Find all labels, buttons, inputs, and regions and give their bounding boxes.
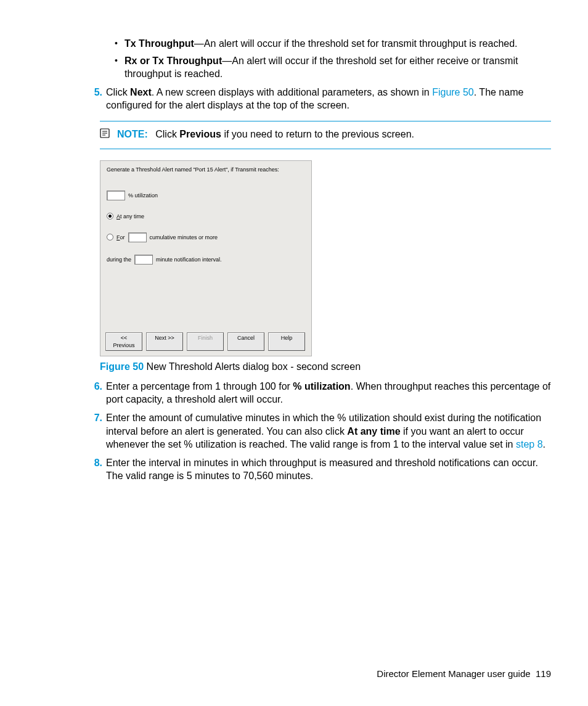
step-number: 8. [86,456,106,470]
page-footer: Director Element Manager user guide 119 [377,668,551,679]
utilization-label: % utilization [128,192,158,199]
note-icon [100,128,111,142]
for-post: cumulative minutes or more [150,234,218,241]
step-number: 5. [86,86,106,99]
step5-bold: Next [130,87,152,97]
note-label: NOTE: [117,129,148,139]
bullet-item: • Rx or Tx Throughput—An alert will occu… [115,54,551,81]
bullet-dot-icon: • [115,54,125,67]
step-8-link[interactable]: step 8 [516,439,543,449]
finish-button[interactable]: Finish [187,332,224,351]
step-text: Enter a percentage from 1 through 100 fo… [106,380,551,406]
cancel-button[interactable]: Cancel [227,332,264,351]
step-6: 6. Enter a percentage from 1 through 100… [86,380,551,406]
for-radio[interactable] [107,234,113,240]
footer-page: 119 [536,668,551,679]
step-8: 8. Enter the interval in minutes in whic… [86,456,551,483]
note-pre: Click [155,129,179,139]
figure-number: Figure 50 [100,361,144,372]
figure-50-link[interactable]: Figure 50 [432,87,474,97]
dialog-header: Generate a Threshold Alert named "Port 1… [107,166,305,173]
at-any-time-label: At any time [116,213,144,220]
step-number: 7. [86,411,106,425]
note-post: if you need to return to the previous sc… [221,129,414,139]
step7-post: . [543,439,545,449]
figure-caption: Figure 50 New Threshold Alerts dialog bo… [100,360,551,374]
for-label: For [116,234,125,241]
for-minutes-input[interactable] [128,232,147,242]
dialog-buttons: << Previous Next >> Finish Cancel Help [107,332,305,351]
during-row: during the minute notification interval. [107,255,305,265]
during-post: minute notification interval. [156,256,222,263]
for-rest: or [120,234,125,240]
bullet-dot-icon: • [115,37,125,49]
step6-pre: Enter a percentage from 1 through 100 fo… [106,381,293,392]
bullet-bold: Rx or Tx Throughput [125,55,222,66]
bullet-bold: Tx Throughput [125,38,194,49]
figure-image: Generate a Threshold Alert named "Port 1… [100,160,551,357]
bullet-rest: —An alert will occur if the threshold se… [194,38,518,49]
bullet-item: • Tx Throughput—An alert will occur if t… [115,37,551,51]
step5-pre: Click [106,87,130,97]
during-pre: during the [107,256,131,263]
note-block: NOTE: Click Previous if you need to retu… [100,121,551,149]
step-5: 5. Click Next. A new screen displays wit… [86,86,551,112]
step5-mid: . A new screen displays with additional … [152,87,432,97]
at-any-time-row: At any time [107,213,305,220]
utilization-input[interactable] [107,191,125,200]
note-text: NOTE: Click Previous if you need to retu… [117,128,551,142]
previous-button[interactable]: << Previous [105,332,142,351]
at-any-rest: t any time [120,213,144,220]
utilization-row: % utilization [107,191,305,200]
step7-bold: At any time [347,426,400,437]
interval-input[interactable] [134,255,153,265]
next-button[interactable]: Next >> [146,332,183,351]
threshold-dialog: Generate a Threshold Alert named "Port 1… [100,160,312,357]
figure-caption-text: New Threshold Alerts dialog box - second… [144,361,361,372]
step-7: 7. Enter the amount of cumulative minute… [86,411,551,451]
bullet-text: Rx or Tx Throughput—An alert will occur … [125,54,551,81]
step-number: 6. [86,380,106,393]
at-any-time-radio[interactable] [107,213,113,220]
footer-title: Director Element Manager user guide [377,668,530,679]
step-text: Click Next. A new screen displays with a… [106,86,551,112]
for-row: For cumulative minutes or more [107,232,305,242]
bullet-list: • Tx Throughput—An alert will occur if t… [115,37,551,81]
note-bold: Previous [179,129,221,139]
bullet-text: Tx Throughput—An alert will occur if the… [125,37,551,51]
step-text: Enter the amount of cumulative minutes i… [106,411,551,451]
step-text: Enter the interval in minutes in which t… [106,456,551,483]
step6-bold: % utilization [293,381,350,392]
help-button[interactable]: Help [268,332,305,351]
